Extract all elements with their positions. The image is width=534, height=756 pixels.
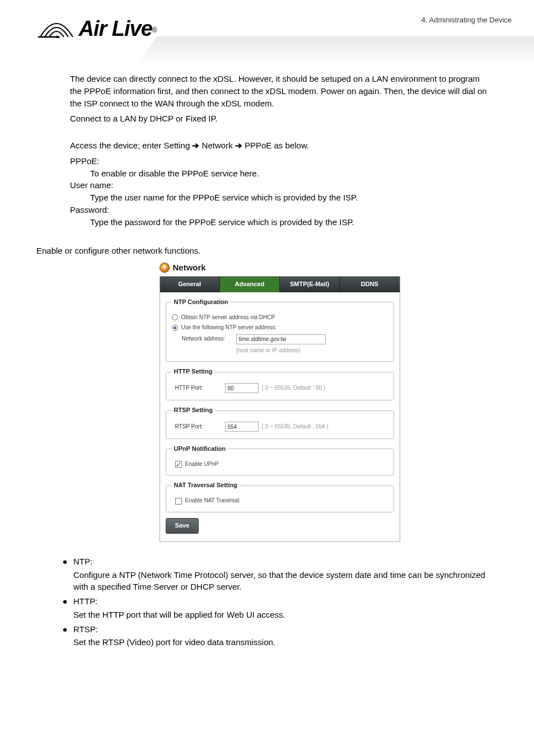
- nat-legend: NAT Traversal Setting: [172, 481, 240, 490]
- page-header: 4. Administrating the Device Air Live®: [0, 0, 534, 73]
- panel-title: Network: [173, 262, 206, 274]
- ntp-manual-label: Use the following NTP server address:: [181, 324, 277, 332]
- network-address-hint: (host name or IP address): [236, 347, 301, 355]
- tab-general[interactable]: General: [160, 277, 220, 292]
- upnp-fieldset: UPnP Notification Enable UPnP: [166, 445, 394, 475]
- enable-intro: Enable or configure other network functi…: [36, 245, 489, 257]
- ntp-fieldset: NTP Configuration Obtain NTP server addr…: [166, 298, 394, 362]
- bullet-list: ● NTP: Configure a NTP (Network Time Pro…: [57, 556, 489, 648]
- panel-body: NTP Configuration Obtain NTP server addr…: [160, 292, 400, 542]
- bullet-icon: ●: [57, 556, 73, 568]
- rtsp-port-label: RTSP Port:: [172, 423, 225, 431]
- bullet-rtsp-body: Set the RTSP (Video) port for video data…: [73, 636, 489, 648]
- chapter-label: 4. Administrating the Device: [421, 16, 512, 24]
- bullet-http-body: Set the HTTP port that will be applied f…: [73, 609, 489, 621]
- http-legend: HTTP Setting: [172, 367, 215, 376]
- radio-ntp-manual[interactable]: [172, 325, 178, 331]
- bullet-icon: ●: [57, 595, 73, 608]
- http-port-hint: ( 0 ~ 65535, Default : 80 ): [262, 384, 326, 393]
- network-address-label: Network address:: [172, 335, 236, 343]
- network-panel: ✦ Network General Advanced SMTP(E-Mail) …: [160, 262, 400, 542]
- password-desc: Type the password for the PPPoE service …: [70, 216, 489, 228]
- http-port-label: HTTP Port:: [172, 384, 225, 393]
- http-port-input[interactable]: [225, 383, 259, 393]
- rtsp-port-input[interactable]: [225, 422, 259, 432]
- password-label: Password:: [70, 204, 489, 216]
- enable-upnp-checkbox[interactable]: [175, 461, 182, 468]
- pppoe-label: PPPoE:: [70, 155, 489, 167]
- rtsp-port-hint: ( 0 ~ 65535, Default : 554 ): [262, 423, 329, 431]
- logo-registered: ®: [152, 26, 157, 34]
- bullet-rtsp-heading: RTSP:: [73, 623, 489, 636]
- username-desc: Type the user name for the PPPoE service…: [70, 192, 489, 204]
- airlive-logo: Air Live®: [34, 17, 157, 41]
- enable-upnp-label: Enable UPnP: [185, 460, 219, 469]
- bullet-http-heading: HTTP:: [73, 595, 489, 608]
- rtsp-fieldset: RTSP Setting RTSP Port: ( 0 ~ 65535, Def…: [166, 406, 394, 439]
- tab-smtp[interactable]: SMTP(E-Mail): [280, 277, 340, 292]
- enable-nat-checkbox[interactable]: [175, 498, 182, 505]
- arrow-icon: ➔: [235, 141, 242, 150]
- bullet-ntp-heading: NTP:: [73, 556, 489, 568]
- logo-text: Air Live: [78, 17, 152, 40]
- tab-ddns[interactable]: DDNS: [340, 277, 399, 292]
- page-content: The device can directly connect to the x…: [0, 73, 534, 648]
- nat-fieldset: NAT Traversal Setting Enable NAT Travers…: [166, 481, 394, 512]
- http-fieldset: HTTP Setting HTTP Port: ( 0 ~ 65535, Def…: [166, 367, 394, 400]
- bullet-ntp-body: Configure a NTP (Network Time Protocol) …: [73, 569, 489, 594]
- username-label: User name:: [70, 179, 489, 192]
- enable-nat-label: Enable NAT Traversal: [185, 497, 240, 505]
- pppoe-desc: To enable or disable the PPPoE service h…: [70, 167, 489, 180]
- panel-tabs: General Advanced SMTP(E-Mail) DDNS: [160, 276, 400, 292]
- network-address-input[interactable]: [236, 334, 326, 344]
- upnp-legend: UPnP Notification: [172, 445, 228, 454]
- ntp-dhcp-label: Obtain NTP server address via DHCP: [181, 314, 275, 322]
- wifi-arcs-icon: [37, 20, 76, 38]
- access-instruction: Access the device; enter Setting ➔ Netwo…: [70, 139, 489, 152]
- rtsp-legend: RTSP Setting: [172, 406, 215, 415]
- banner-gradient: [137, 36, 534, 64]
- svg-marker-0: [57, 35, 60, 38]
- bullet-icon: ●: [57, 623, 73, 636]
- radio-ntp-dhcp[interactable]: [172, 314, 178, 320]
- intro-paragraph-1: The device can directly connect to the x…: [70, 73, 489, 109]
- ntp-legend: NTP Configuration: [172, 298, 231, 307]
- tab-advanced[interactable]: Advanced: [220, 277, 280, 292]
- intro-paragraph-2: Connect to a LAN by DHCP or Fixed IP.: [70, 113, 489, 125]
- arrow-icon: ➔: [192, 141, 199, 150]
- save-button[interactable]: Save: [166, 518, 199, 534]
- network-globe-icon: ✦: [160, 263, 170, 273]
